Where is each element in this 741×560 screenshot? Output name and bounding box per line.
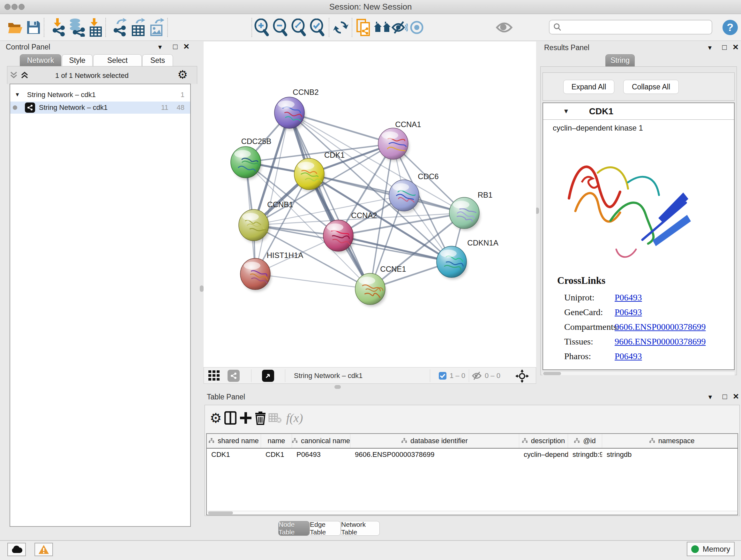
network-edge[interactable] bbox=[338, 144, 393, 236]
tab-edge-table[interactable]: Edge Table bbox=[310, 521, 341, 536]
save-session-icon[interactable] bbox=[24, 17, 43, 38]
collection-expand-icon[interactable]: ▼ bbox=[15, 91, 20, 98]
left-splitter-handle[interactable] bbox=[200, 286, 204, 292]
results-horizontal-scrollbar[interactable] bbox=[542, 372, 735, 375]
crosslink-value-link[interactable]: P06493 bbox=[615, 293, 642, 303]
window-close-icon[interactable] bbox=[4, 4, 10, 10]
crosslink-value-link[interactable]: P06493 bbox=[615, 351, 642, 361]
table-cell[interactable]: CDK1 bbox=[207, 449, 261, 461]
tab-network-table[interactable]: Network Table bbox=[341, 521, 380, 536]
tab-style[interactable]: Style bbox=[62, 54, 92, 66]
clone-network-icon[interactable] bbox=[354, 17, 373, 38]
hide-details-eye-slash-icon[interactable] bbox=[390, 17, 409, 38]
window-minimize-icon[interactable] bbox=[11, 4, 17, 10]
network-node-CDC6[interactable]: CDC6 bbox=[389, 172, 439, 213]
network-node-CCNB1[interactable]: CCNB1 bbox=[239, 200, 293, 243]
panel-close-icon[interactable]: ✕ bbox=[732, 44, 739, 51]
column-header-description[interactable]: description bbox=[519, 434, 568, 448]
column-header-database-identifier[interactable]: database identifier bbox=[350, 434, 519, 448]
show-columns-icon[interactable] bbox=[223, 410, 238, 426]
network-node-CDKN1A[interactable]: CDKN1A bbox=[436, 239, 498, 279]
network-node-CDC25B[interactable]: CDC25B bbox=[231, 137, 271, 180]
home-networks-icon[interactable] bbox=[373, 17, 392, 38]
refresh-icon[interactable] bbox=[332, 17, 350, 38]
search-input[interactable] bbox=[562, 23, 708, 32]
expand-all-button[interactable]: Expand All bbox=[563, 80, 614, 94]
collapse-all-button[interactable]: Collapse All bbox=[623, 80, 679, 94]
network-canvas[interactable]: CCNB2CCNA1CDC25BCDK1CDC6RB1CCNB1CCNA2CDK… bbox=[204, 42, 536, 367]
protein-card-header[interactable]: ▼ CDK1 bbox=[543, 103, 734, 120]
bottom-splitter-handle[interactable] bbox=[334, 385, 341, 389]
string-badge-icon[interactable] bbox=[227, 370, 240, 382]
table-cell[interactable]: P06493 bbox=[292, 449, 350, 461]
table-cell[interactable]: cyclin–dependent ... bbox=[519, 449, 568, 461]
panel-menu-chevron-icon[interactable]: ▼ bbox=[707, 45, 713, 51]
selected-checkbox-icon[interactable] bbox=[439, 372, 447, 381]
network-node-CDK1[interactable]: CDK1 bbox=[294, 151, 345, 192]
collapse-section-icon[interactable]: ▼ bbox=[563, 108, 569, 115]
zoom-fit-icon[interactable] bbox=[289, 17, 308, 38]
panel-float-icon[interactable]: □ bbox=[722, 44, 727, 51]
network-node-CCNB2[interactable]: CCNB2 bbox=[274, 88, 319, 130]
import-network-database-icon[interactable] bbox=[67, 17, 86, 38]
crosslink-value-link[interactable]: P06493 bbox=[615, 307, 642, 317]
table-cell[interactable]: stringdb:9... bbox=[568, 449, 602, 461]
table-cell[interactable]: 9606.ENSP00000378699 bbox=[350, 449, 519, 461]
toolbar-search-field[interactable] bbox=[549, 20, 712, 35]
table-cell[interactable]: stringdb bbox=[602, 449, 738, 461]
network-node-CCNE1[interactable]: CCNE1 bbox=[355, 265, 406, 307]
tab-network[interactable]: Network bbox=[20, 54, 61, 66]
import-network-file-icon[interactable] bbox=[49, 17, 67, 38]
column-header-shared-name[interactable]: shared name bbox=[207, 434, 261, 448]
column-header--id[interactable]: @id bbox=[568, 434, 602, 448]
tab-node-table[interactable]: Node Table bbox=[278, 521, 310, 536]
crosslink-value-link[interactable]: 9606.ENSP00000378699 bbox=[615, 322, 705, 332]
export-network-icon[interactable] bbox=[110, 17, 129, 38]
pan-crosshair-icon[interactable] bbox=[515, 369, 529, 384]
panel-menu-chevron-icon[interactable]: ▼ bbox=[707, 394, 713, 400]
network-row[interactable]: String Network – cdk1 11 48 bbox=[10, 102, 190, 114]
table-horizontal-scrollbar[interactable] bbox=[206, 511, 738, 515]
warnings-button[interactable] bbox=[35, 543, 53, 556]
panel-close-icon[interactable]: ✕ bbox=[733, 393, 739, 400]
column-header-canonical-name[interactable]: canonical name bbox=[292, 434, 350, 448]
table-cell[interactable]: CDK1 bbox=[261, 449, 292, 461]
zoom-in-icon[interactable] bbox=[253, 17, 271, 38]
tab-string-results[interactable]: String bbox=[605, 54, 635, 66]
panel-float-icon[interactable]: □ bbox=[173, 43, 178, 51]
export-table-icon[interactable] bbox=[129, 17, 148, 38]
preview-eye-icon[interactable] bbox=[495, 17, 514, 38]
birds-eye-view-icon[interactable] bbox=[208, 370, 221, 382]
panel-close-icon[interactable]: ✕ bbox=[183, 43, 190, 51]
memory-button[interactable]: Memory bbox=[687, 542, 735, 556]
table-row[interactable]: CDK1CDK1P064939606.ENSP00000378699cyclin… bbox=[207, 449, 738, 461]
tab-select[interactable]: Select bbox=[93, 54, 142, 66]
delete-column-trash-icon[interactable] bbox=[253, 410, 267, 426]
network-edge[interactable] bbox=[289, 113, 370, 289]
network-collection-row[interactable]: ▼ String Network – cdk1 1 bbox=[10, 89, 190, 101]
network-node-RB1[interactable]: RB1 bbox=[449, 191, 492, 231]
cloud-status-button[interactable] bbox=[7, 543, 26, 556]
column-header-name[interactable]: name bbox=[261, 434, 292, 448]
network-node-HIST1H1A[interactable]: HIST1H1A bbox=[240, 251, 303, 292]
detach-view-icon[interactable] bbox=[262, 370, 274, 382]
zoom-selected-icon[interactable] bbox=[308, 17, 327, 38]
show-details-eye-icon[interactable] bbox=[408, 17, 426, 38]
export-image-icon[interactable] bbox=[148, 17, 166, 38]
help-icon[interactable]: ? bbox=[721, 17, 739, 38]
network-options-gear-icon[interactable]: ⚙ bbox=[178, 69, 188, 80]
hidden-eye-slash-icon[interactable] bbox=[472, 371, 482, 381]
open-session-icon[interactable] bbox=[6, 17, 24, 38]
table-options-gear-icon[interactable]: ⚙ bbox=[209, 410, 223, 426]
zoom-out-icon[interactable] bbox=[271, 17, 289, 38]
crosslink-value-link[interactable]: 9606.ENSP00000378699 bbox=[615, 336, 705, 347]
network-edge[interactable] bbox=[255, 274, 370, 289]
tab-sets[interactable]: Sets bbox=[142, 54, 173, 66]
window-zoom-icon[interactable] bbox=[18, 4, 24, 10]
panel-float-icon[interactable]: □ bbox=[723, 393, 727, 400]
panel-menu-chevron-icon[interactable]: ▼ bbox=[157, 44, 163, 50]
network-node-CCNA1[interactable]: CCNA1 bbox=[378, 120, 421, 161]
import-table-file-icon[interactable] bbox=[86, 17, 105, 38]
add-column-icon[interactable] bbox=[239, 410, 253, 426]
column-header-namespace[interactable]: namespace bbox=[602, 434, 738, 448]
